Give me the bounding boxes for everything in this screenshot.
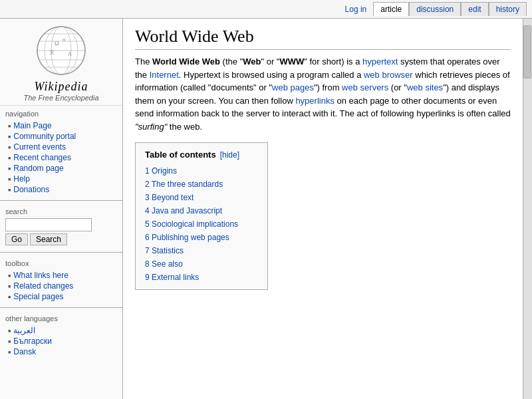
tabs: article discussion edit history (373, 2, 527, 16)
nav-item-events: Current events (8, 142, 117, 152)
page-title: World Wide Web (135, 27, 511, 50)
main-layout: Ω н 文 A Wikipedia The Free Encyclopedia … (0, 19, 532, 399)
toc-link-2[interactable]: 2 The three standards (145, 180, 223, 189)
toc-link-1[interactable]: 1 Origins (145, 166, 177, 176)
tab-discussion[interactable]: discussion (409, 2, 461, 16)
toc-item-1: 1 Origins (145, 164, 258, 178)
toc-title: Table of contents [hide] (145, 148, 258, 162)
bold-web: Web (243, 57, 261, 66)
other-languages-title: other languages (5, 315, 117, 323)
toolbox-section: toolbox What links here Related changes … (0, 255, 122, 305)
toolbox-item-related: Related changes (8, 281, 117, 291)
toolbox-item-special: Special pages (8, 291, 117, 302)
nav-item-help: Help (8, 174, 117, 184)
nav-item-random: Random page (8, 163, 117, 174)
search-section: search Go Search (0, 203, 122, 249)
lang-link-bulgarian[interactable]: Български (13, 336, 52, 346)
navigation-links: Main Page Community portal Current event… (5, 120, 117, 195)
toc-link-6[interactable]: 6 Publishing web pages (145, 233, 229, 242)
svg-text:A: A (68, 51, 72, 57)
go-button[interactable]: Go (5, 233, 28, 245)
svg-text:文: 文 (49, 49, 55, 55)
nav-link-random[interactable]: Random page (13, 164, 63, 173)
lang-item-bulgarian: Български (8, 336, 117, 346)
link-web-servers[interactable]: web servers (342, 82, 388, 92)
nav-item-community: Community portal (8, 131, 117, 142)
top-bar: Log in article discussion edit history (0, 0, 532, 19)
nav-link-donations[interactable]: Donations (13, 185, 49, 194)
lang-item-arabic: العربية (8, 325, 117, 336)
lang-link-danish[interactable]: Dansk (13, 347, 36, 356)
link-web-sites[interactable]: web sites (407, 82, 443, 92)
nav-link-main[interactable]: Main Page (13, 121, 51, 130)
search-buttons: Go Search (5, 233, 117, 245)
nav-link-recent[interactable]: Recent changes (13, 153, 71, 162)
bold-world-wide-web: World Wide Web (152, 57, 220, 66)
sidebar: Ω н 文 A Wikipedia The Free Encyclopedia … (0, 19, 123, 399)
toolbox-link-special[interactable]: Special pages (13, 292, 63, 301)
toc-item-5: 5 Sociological implications (145, 217, 258, 231)
toc-link-3[interactable]: 3 Beyond text (145, 193, 194, 202)
toolbox-links: What links here Related changes Special … (5, 270, 117, 302)
scrollbar[interactable] (523, 19, 532, 399)
toolbox-link-whatlinks[interactable]: What links here (13, 271, 68, 280)
link-hyperlinks[interactable]: hyperlinks (295, 96, 334, 106)
navigation-title: navigation (5, 110, 117, 118)
link-web-browser[interactable]: web browser (364, 70, 413, 80)
svg-text:н: н (63, 37, 66, 43)
nav-link-help[interactable]: Help (13, 174, 30, 184)
wikipedia-subtitle: The Free Encyclopedia (3, 94, 119, 102)
italic-surfing: "surfing" (135, 122, 167, 132)
toc-item-8: 8 See also (145, 257, 258, 271)
nav-item-recent: Recent changes (8, 152, 117, 163)
login-link[interactable]: Log in (345, 5, 367, 14)
toc-item-7: 7 Statistics (145, 244, 258, 257)
lang-item-danish: Dansk (8, 346, 117, 357)
toc-item-2: 2 The three standards (145, 178, 258, 191)
toolbox-item-whatlinks: What links here (8, 270, 117, 281)
svg-text:Ω: Ω (55, 40, 59, 47)
search-input[interactable] (5, 218, 92, 231)
toc-link-4[interactable]: 4 Java and Javascript (145, 206, 222, 215)
logo-area: Ω н 文 A Wikipedia The Free Encyclopedia (0, 19, 122, 106)
search-title: search (5, 207, 117, 215)
article-body: The World Wide Web (the "Web" or "WWW" f… (135, 55, 511, 290)
toc-list: 1 Origins 2 The three standards 3 Beyond… (145, 164, 258, 284)
content-area: World Wide Web The World Wide Web (the "… (123, 19, 523, 399)
toc-link-5[interactable]: 5 Sociological implications (145, 219, 238, 229)
tab-edit[interactable]: edit (461, 2, 488, 16)
tab-history[interactable]: history (489, 2, 527, 16)
toc-item-3: 3 Beyond text (145, 191, 258, 204)
table-of-contents: Table of contents [hide] 1 Origins 2 The… (135, 142, 268, 290)
toolbox-link-related[interactable]: Related changes (13, 281, 73, 291)
link-web-pages[interactable]: web pages (272, 82, 314, 92)
toc-item-6: 6 Publishing web pages (145, 231, 258, 244)
toc-item-9: 9 External links (145, 271, 258, 284)
link-hypertext[interactable]: hypertext (362, 57, 398, 66)
nav-item-main: Main Page (8, 120, 117, 131)
toc-link-9[interactable]: 9 External links (145, 273, 199, 282)
bold-www: WWW (279, 57, 304, 66)
other-languages-links: العربية Български Dansk (5, 325, 117, 357)
link-internet[interactable]: Internet (150, 70, 179, 80)
tab-article[interactable]: article (373, 2, 409, 16)
scrollbar-thumb[interactable] (523, 25, 531, 78)
nav-item-donations: Donations (8, 184, 117, 195)
lang-link-arabic[interactable]: العربية (13, 326, 35, 335)
nav-link-events[interactable]: Current events (13, 142, 66, 152)
search-button[interactable]: Search (30, 233, 67, 245)
toc-heading-text: Table of contents (145, 148, 216, 162)
other-languages-section: other languages العربية Български Dansk (0, 311, 122, 360)
toc-link-7[interactable]: 7 Statistics (145, 246, 184, 255)
wikipedia-title: Wikipedia (3, 80, 119, 94)
nav-link-community[interactable]: Community portal (13, 132, 76, 141)
intro-paragraph: The World Wide Web (the "Web" or "WWW" f… (135, 55, 511, 133)
toolbox-title: toolbox (5, 259, 117, 267)
toc-hide-link[interactable]: [hide] (220, 149, 239, 161)
toc-item-4: 4 Java and Javascript (145, 204, 258, 217)
toc-link-8[interactable]: 8 See also (145, 259, 183, 269)
wikipedia-globe-icon: Ω н 文 A (35, 24, 88, 77)
navigation-section: navigation Main Page Community portal Cu… (0, 106, 122, 198)
